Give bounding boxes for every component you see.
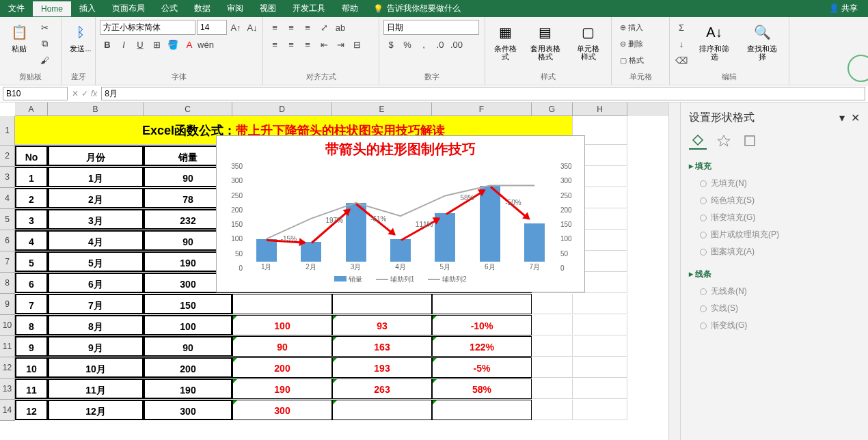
menu-tab-开发工具[interactable]: 开发工具 (284, 0, 334, 17)
italic-button[interactable]: I (116, 37, 131, 52)
decrease-decimal-icon[interactable]: .00 (449, 37, 464, 52)
panel-radio-option[interactable]: 图片或纹理填充(P) (689, 226, 860, 243)
wrap-text-button[interactable]: ab (333, 20, 348, 35)
menu-tab-公式[interactable]: 公式 (153, 0, 186, 17)
bold-button[interactable]: B (100, 37, 115, 52)
column-header[interactable]: C (144, 102, 232, 116)
row-header[interactable]: 8 (0, 273, 15, 294)
bluetooth-button[interactable]: ᛒ发送... (66, 20, 96, 54)
font-color-button[interactable]: A (182, 37, 197, 52)
row-header[interactable]: 3 (0, 167, 15, 188)
decrease-font-icon[interactable]: A↓ (245, 20, 260, 35)
indent-left-icon[interactable]: ⇤ (316, 37, 331, 52)
worksheet[interactable]: ABCDEFGH 1Excel函数公式：带上升下降箭头的柱状图实用技巧解读2No… (0, 102, 668, 440)
panel-close-icon[interactable]: ✕ (851, 112, 860, 124)
column-header[interactable]: D (232, 102, 332, 116)
vertical-scrollbar[interactable] (668, 102, 680, 440)
column-header[interactable]: E (332, 102, 432, 116)
cell-style-button[interactable]: ▢单元格样式 (569, 20, 607, 62)
column-header[interactable]: F (432, 102, 532, 116)
size-tab-icon[interactable] (741, 132, 759, 150)
comma-icon[interactable]: , (416, 37, 431, 52)
align-right-icon[interactable]: ≡ (300, 37, 315, 52)
format-painter-icon[interactable]: 🖌 (37, 53, 52, 68)
font-name-dropdown[interactable]: 方正小标宋简体 (100, 20, 195, 35)
tell-me-input[interactable]: 告诉我你想要做什么 (387, 3, 461, 14)
row-header[interactable]: 2 (0, 146, 15, 167)
panel-radio-option[interactable]: 无线条(N) (689, 283, 860, 300)
menu-tab-数据[interactable]: 数据 (186, 0, 219, 17)
row-header[interactable]: 10 (0, 315, 15, 336)
row-header[interactable]: 6 (0, 230, 15, 251)
panel-menu-icon[interactable]: ▾ (839, 112, 845, 124)
align-bottom-icon[interactable]: ≡ (300, 20, 315, 35)
effects-tab-icon[interactable] (715, 132, 733, 150)
menu-tab-插入[interactable]: 插入 (71, 0, 104, 17)
menu-tab-页面布局[interactable]: 页面布局 (104, 0, 153, 17)
panel-radio-option[interactable]: 渐变线(G) (689, 317, 860, 334)
row-header[interactable]: 1 (0, 116, 15, 146)
row-header[interactable]: 7 (0, 251, 15, 273)
increase-decimal-icon[interactable]: .0 (433, 37, 448, 52)
orientation-icon[interactable]: ⤢ (316, 20, 331, 35)
currency-icon[interactable]: $ (383, 37, 398, 52)
menu-tab-视图[interactable]: 视图 (252, 0, 284, 17)
row-header[interactable]: 12 (0, 357, 15, 379)
align-center-icon[interactable]: ≡ (284, 37, 299, 52)
share-button[interactable]: 👤 共享 (829, 3, 868, 14)
copy-icon[interactable]: ⧉ (37, 36, 52, 51)
formula-input[interactable]: 8月 (101, 87, 865, 100)
row-header[interactable]: 5 (0, 209, 15, 230)
border-button[interactable]: ⊞ (149, 37, 164, 52)
autosum-icon[interactable]: Σ (674, 20, 689, 35)
panel-radio-option[interactable]: 纯色填充(S) (689, 192, 860, 209)
increase-font-icon[interactable]: A↑ (228, 20, 243, 35)
name-box[interactable]: B10 (3, 87, 68, 100)
column-header[interactable]: B (48, 102, 144, 116)
row-header[interactable]: 4 (0, 188, 15, 209)
column-header[interactable]: G (532, 102, 573, 116)
column-header[interactable]: A (15, 102, 48, 116)
menu-tab-Home[interactable]: Home (33, 1, 71, 16)
cancel-formula-icon[interactable]: ✕ (72, 89, 79, 98)
format-cells-button[interactable]: ▢ 格式 (616, 53, 648, 68)
percent-icon[interactable]: % (400, 37, 415, 52)
embedded-chart[interactable]: 带箭头的柱形图制作技巧 350300250200150100500 350300… (216, 135, 585, 292)
column-header[interactable]: H (573, 102, 627, 116)
panel-radio-option[interactable]: 渐变填充(G) (689, 209, 860, 226)
fx-icon[interactable]: fx (91, 89, 97, 98)
align-top-icon[interactable]: ≡ (267, 20, 282, 35)
panel-radio-option[interactable]: 图案填充(A) (689, 243, 860, 260)
number-format-dropdown[interactable]: 日期 (383, 20, 479, 35)
fill-color-button[interactable]: 🪣 (165, 37, 180, 52)
indent-right-icon[interactable]: ⇥ (333, 37, 348, 52)
delete-cells-button[interactable]: ⊖ 删除 (616, 36, 648, 51)
table-format-button[interactable]: ▤套用表格格式 (524, 20, 567, 62)
row-header[interactable]: 13 (0, 379, 15, 400)
row-header[interactable]: 14 (0, 400, 15, 421)
enter-formula-icon[interactable]: ✓ (81, 89, 88, 98)
menu-tab-审阅[interactable]: 审阅 (219, 0, 252, 17)
panel-radio-option[interactable]: 无填充(N) (689, 175, 860, 192)
sort-filter-button[interactable]: A↓排序和筛选 (692, 20, 737, 62)
cut-icon[interactable]: ✂ (37, 20, 52, 35)
align-left-icon[interactable]: ≡ (267, 37, 282, 52)
menu-tab-帮助[interactable]: 帮助 (334, 0, 366, 17)
merge-button[interactable]: ⊟ (349, 37, 364, 52)
phonetic-button[interactable]: wén (198, 37, 213, 52)
fill-line-tab-icon[interactable] (689, 132, 707, 150)
conditional-format-button[interactable]: ▦条件格式 (489, 20, 521, 62)
row-header[interactable]: 11 (0, 336, 15, 357)
panel-section-head[interactable]: ▸ 线条 (689, 266, 860, 283)
fill-icon[interactable]: ↓ (674, 36, 689, 51)
panel-section-head[interactable]: ▸ 填充 (689, 158, 860, 175)
menu-tab-文件[interactable]: 文件 (0, 0, 33, 17)
panel-radio-option[interactable]: 实线(S) (689, 300, 860, 317)
paste-button[interactable]: 📋粘贴 (4, 20, 34, 54)
insert-cells-button[interactable]: ⊕ 插入 (616, 20, 648, 35)
find-select-button[interactable]: 🔍查找和选择 (740, 20, 785, 62)
underline-button[interactable]: U (133, 37, 148, 52)
font-size-dropdown[interactable]: 14 (197, 20, 227, 35)
row-header[interactable]: 9 (0, 294, 15, 315)
clear-icon[interactable]: ⌫ (674, 53, 689, 68)
